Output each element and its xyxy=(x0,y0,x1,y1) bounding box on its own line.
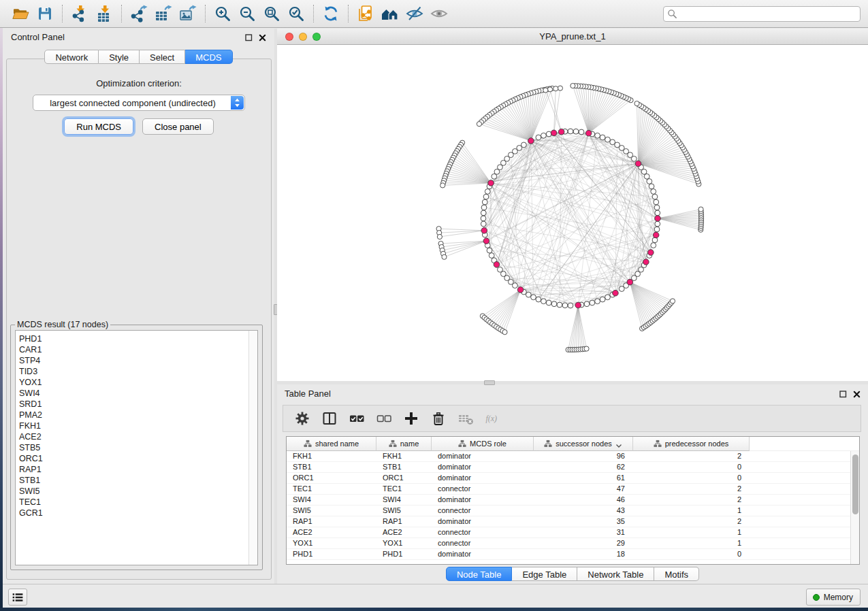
mcds-result-item[interactable]: STB1 xyxy=(19,475,248,486)
table-row[interactable]: ACE2ACE2connector311 xyxy=(287,527,859,538)
column-header-mcds-role[interactable]: MCDS role xyxy=(432,437,534,451)
zoom-in-button[interactable] xyxy=(214,5,231,22)
mcds-result-item[interactable]: GCR1 xyxy=(19,508,248,518)
clear-table-button[interactable] xyxy=(457,410,474,427)
column-header-predecessor-nodes[interactable]: predecessor nodes xyxy=(633,437,750,451)
table-row[interactable]: STB1STB1dominator620 xyxy=(287,462,859,473)
deselect-all-icon xyxy=(376,410,392,427)
mcds-result-item[interactable]: ACE2 xyxy=(19,431,248,442)
tab-edge-table[interactable]: Edge Table xyxy=(512,567,577,581)
status-menu-button[interactable] xyxy=(8,589,27,606)
tab-node-table[interactable]: Node Table xyxy=(446,567,513,581)
mcds-result-item[interactable]: SRD1 xyxy=(19,399,248,410)
deselect-all-button[interactable] xyxy=(376,410,392,427)
tab-mcds[interactable]: MCDS xyxy=(185,50,232,64)
tab-network-table[interactable]: Network Table xyxy=(577,567,654,581)
mcds-result-item[interactable]: CAR1 xyxy=(19,344,248,355)
show-all-button[interactable] xyxy=(430,5,448,22)
show-all-icon xyxy=(430,5,448,22)
tab-select[interactable]: Select xyxy=(140,50,185,64)
table-row[interactable]: ORC1ORC1dominator610 xyxy=(287,473,859,484)
save-session-button[interactable] xyxy=(36,5,54,22)
control-panel: Control Panel NetworkStyleSelectMCDS Opt… xyxy=(3,27,274,584)
tab-motifs[interactable]: Motifs xyxy=(654,567,699,581)
network-window-titlebar[interactable]: YPA_prune.txt_1 xyxy=(277,29,868,45)
mcds-result-title: MCDS result (17 nodes) xyxy=(15,320,110,329)
table-row[interactable]: PHD1PHD1dominator180 xyxy=(287,549,859,560)
network-from-file-button[interactable] xyxy=(357,5,374,22)
mcds-result-item[interactable]: STP4 xyxy=(19,355,248,366)
tab-network[interactable]: Network xyxy=(44,50,99,64)
select-all-button[interactable] xyxy=(349,410,365,427)
minimize-window-icon[interactable] xyxy=(299,33,307,41)
import-table-button[interactable] xyxy=(95,5,113,22)
mcds-result-item[interactable]: SWI4 xyxy=(19,388,248,399)
fx-button[interactable]: f(x) xyxy=(485,410,508,427)
refresh-icon xyxy=(322,5,340,22)
import-network-button[interactable] xyxy=(71,5,89,22)
first-neighbors-button[interactable] xyxy=(381,5,399,22)
network-graph[interactable] xyxy=(277,45,868,381)
float-table-panel-icon[interactable] xyxy=(839,390,847,397)
refresh-button[interactable] xyxy=(322,5,340,22)
table-row[interactable]: SWI4SWI4dominator462 xyxy=(287,495,859,506)
close-window-icon[interactable] xyxy=(285,33,293,41)
close-panel-button[interactable]: Close panel xyxy=(142,118,214,135)
memory-button[interactable]: Memory xyxy=(806,589,861,606)
gear-button[interactable] xyxy=(294,410,310,427)
hide-selected-button[interactable] xyxy=(406,5,423,22)
mcds-result-item[interactable]: ORC1 xyxy=(19,453,248,464)
cell-name: YOX1 xyxy=(376,538,432,548)
import-network-icon xyxy=(71,5,89,22)
mcds-result-item[interactable]: FKH1 xyxy=(19,420,248,431)
zoom-fit-button[interactable] xyxy=(263,5,280,22)
cell-mcds-role: connector xyxy=(432,506,534,516)
memory-status-icon xyxy=(813,594,820,601)
mcds-result-item[interactable]: TEC1 xyxy=(19,497,248,508)
float-panel-icon[interactable] xyxy=(245,33,253,41)
network-canvas[interactable] xyxy=(277,45,868,381)
hide-selected-icon xyxy=(406,5,423,22)
maximize-window-icon[interactable] xyxy=(312,33,321,41)
mcds-result-item[interactable]: RAP1 xyxy=(19,464,248,475)
close-panel-icon[interactable] xyxy=(259,33,266,41)
export-network-button[interactable] xyxy=(130,5,148,22)
add-button[interactable] xyxy=(403,410,419,427)
delete-button[interactable] xyxy=(430,410,447,427)
mcds-result-groupbox: MCDS result (17 nodes) PHD1CAR1STP4TID3Y… xyxy=(10,320,263,570)
table-row[interactable]: SWI5SWI5connector431 xyxy=(287,506,859,516)
toolbar-buttons xyxy=(0,0,868,27)
mcds-result-scrollbar[interactable] xyxy=(248,331,257,565)
table-scrollbar-thumb[interactable] xyxy=(852,455,858,514)
optimization-criterion-dropdown[interactable]: largest connected component (undirected) xyxy=(33,95,245,111)
run-mcds-button[interactable]: Run MCDS xyxy=(64,118,133,135)
mcds-result-item[interactable]: SWI5 xyxy=(19,486,248,497)
column-header-shared-name[interactable]: shared name xyxy=(287,437,376,451)
close-table-panel-icon[interactable] xyxy=(853,390,861,397)
table-row[interactable]: FKH1FKH1dominator962 xyxy=(287,451,859,462)
export-table-button[interactable] xyxy=(155,5,172,22)
zoom-selected-button[interactable] xyxy=(287,5,305,22)
export-image-button[interactable] xyxy=(179,5,197,22)
open-file-button[interactable] xyxy=(12,5,29,22)
table-row[interactable]: YOX1YOX1connector291 xyxy=(287,538,859,549)
zoom-out-button[interactable] xyxy=(238,5,256,22)
table-scrollbar[interactable] xyxy=(850,451,859,564)
toolbar-separator xyxy=(348,5,349,22)
mcds-result-item[interactable]: STB5 xyxy=(19,442,248,453)
mcds-result-item[interactable]: PHD1 xyxy=(19,333,248,344)
columns-button[interactable] xyxy=(321,410,338,427)
sort-desc-icon xyxy=(615,442,622,446)
dropdown-stepper-icon[interactable] xyxy=(231,96,244,110)
column-header-name[interactable]: name xyxy=(376,437,432,451)
mcds-result-item[interactable]: PMA2 xyxy=(19,410,248,420)
mcds-result-item[interactable]: YOX1 xyxy=(19,377,248,388)
cell-name: PHD1 xyxy=(376,549,432,559)
table-row[interactable]: TEC1TEC1connector472 xyxy=(287,484,859,495)
tab-style[interactable]: Style xyxy=(99,50,140,64)
table-row[interactable]: RAP1RAP1dominator352 xyxy=(287,516,859,527)
cell-successor-nodes: 62 xyxy=(534,462,633,472)
column-header-successor-nodes[interactable]: successor nodes xyxy=(534,437,633,451)
search-input[interactable] xyxy=(677,7,860,20)
mcds-result-item[interactable]: TID3 xyxy=(19,366,248,377)
